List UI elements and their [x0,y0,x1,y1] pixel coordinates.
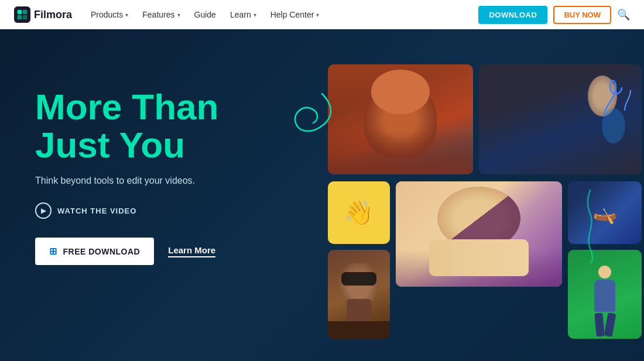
search-icon: 🔍 [617,8,630,21]
chevron-down-icon: ▾ [177,12,180,18]
play-icon: ▶ [35,202,52,219]
decorative-swirl [287,88,334,146]
hero-section: More Than Just You Think beyond tools to… [0,29,644,361]
buy-now-button[interactable]: BUY NOW [553,6,611,24]
image-red-hoodie [328,64,473,174]
learn-more-link[interactable]: Learn More [168,245,215,257]
hero-left-content: More Than Just You Think beyond tools to… [35,88,258,265]
hero-subtext: Think beyond tools to edit your videos. [35,176,258,186]
logo[interactable]: Filmora [14,6,72,23]
chevron-down-icon: ▾ [316,12,319,18]
free-download-button[interactable]: ⊞ FREE DOWNLOAD [35,238,154,265]
chevron-down-icon: ▾ [125,12,128,18]
nav-help-center[interactable]: Help Center ▾ [270,10,320,19]
logo-icon [14,6,30,23]
nav-guide[interactable]: Guide [194,10,216,19]
nav-items: Products ▾ Features ▾ Guide Learn ▾ Help… [91,10,460,19]
download-button[interactable]: DOWNLOAD [478,6,547,24]
hi-emoji-icon: 👋 [344,199,374,226]
nav-right: DOWNLOAD BUY NOW 🔍 [478,6,630,24]
image-dog-sunglasses [328,250,390,339]
image-neon-wave [479,64,642,174]
hero-image-grid: 👋 🛶 [269,64,609,338]
navbar: Filmora Products ▾ Features ▾ Guide Lear… [0,0,644,29]
nav-learn[interactable]: Learn ▾ [230,10,256,19]
search-button[interactable]: 🔍 [617,8,630,21]
nav-products[interactable]: Products ▾ [91,10,128,19]
image-face-paint [396,181,562,287]
windows-icon: ⊞ [49,246,57,257]
cta-row: ⊞ FREE DOWNLOAD Learn More [35,238,258,265]
neon-wave-decoration [582,187,598,263]
chevron-down-icon: ▾ [254,12,256,18]
watch-video-label: WATCH THE VIDEO [57,207,136,215]
image-kayak: 🛶 [568,181,642,244]
hero-headline: More Than Just You [35,88,258,164]
svg-rect-0 [18,10,22,15]
logo-text: Filmora [34,9,72,21]
image-hi-emoji: 👋 [328,181,390,244]
watch-video-button[interactable]: ▶ WATCH THE VIDEO [35,202,258,219]
image-green-screen [568,250,642,339]
nav-features[interactable]: Features ▾ [142,10,180,19]
svg-rect-3 [23,15,28,20]
svg-rect-2 [18,15,22,20]
svg-rect-1 [23,10,28,15]
